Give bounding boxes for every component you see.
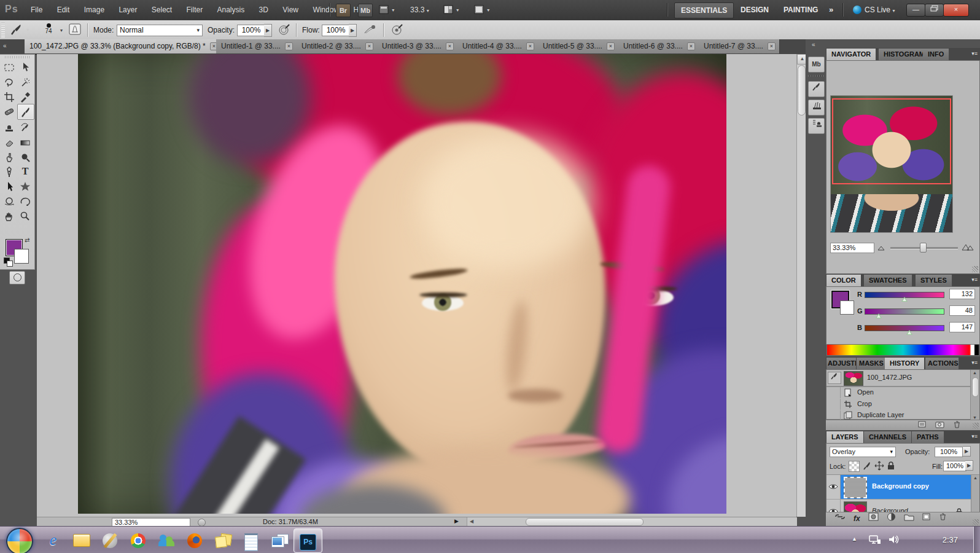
airbrush-toggle-button[interactable] xyxy=(362,23,377,37)
lock-pixels-icon[interactable] xyxy=(862,461,872,471)
document-tab[interactable]: Untitled-6 @ 33....× xyxy=(618,39,699,53)
tab-layers[interactable]: LAYERS xyxy=(826,431,863,443)
tab-masks[interactable]: MASKS xyxy=(857,358,887,369)
close-tab-icon[interactable]: × xyxy=(285,42,293,50)
layer-style-icon[interactable]: fx xyxy=(854,514,860,523)
menu-file[interactable]: File xyxy=(25,0,49,20)
opacity-slider-button[interactable]: ▶ xyxy=(264,24,272,37)
tool-custom-shape[interactable] xyxy=(17,179,33,194)
tool-crop[interactable] xyxy=(1,89,17,104)
tool-lasso[interactable] xyxy=(1,74,17,89)
workspace-essentials-button[interactable]: ESSENTIALS xyxy=(674,2,734,18)
opacity-input[interactable]: 100% xyxy=(237,25,265,36)
add-layer-mask-icon[interactable] xyxy=(868,512,879,521)
navigator-thumbnail[interactable] xyxy=(830,95,953,233)
vertical-scrollbar[interactable]: ▲ xyxy=(796,54,806,517)
tab-color[interactable]: COLOR xyxy=(826,275,861,286)
screen-mode-button[interactable]: ▾ xyxy=(474,5,489,17)
tab-histogram[interactable]: HISTOGRAM xyxy=(879,49,924,60)
channel-g-thumb[interactable] xyxy=(876,313,882,318)
tool-brush-selected[interactable] xyxy=(17,104,34,120)
tool-eyedropper[interactable] xyxy=(17,89,33,104)
channel-g-input[interactable]: 48 xyxy=(949,305,975,316)
network-icon[interactable] xyxy=(868,534,882,545)
zoom-level-control[interactable]: 33.3 ▾ xyxy=(410,4,429,16)
history-scrollbar[interactable]: ▲ ▼ xyxy=(970,370,979,420)
scroll-down-icon[interactable]: ▼ xyxy=(973,415,977,420)
panel-menu-icon[interactable]: ▾≡ xyxy=(971,359,978,366)
tablet-size-button[interactable] xyxy=(391,23,404,37)
scroll-left-button[interactable]: ◀ xyxy=(470,519,473,524)
panel-menu-icon[interactable]: ▾≡ xyxy=(971,433,978,439)
tools-grip[interactable] xyxy=(5,56,29,58)
tab-channels[interactable]: CHANNELS xyxy=(864,431,912,443)
swap-colors-icon[interactable]: ⇄ xyxy=(25,237,29,243)
lock-transparency-icon[interactable] xyxy=(849,461,860,472)
navigator-zoom-input[interactable]: 33.33% xyxy=(830,243,874,253)
zoom-slider-thumb[interactable] xyxy=(920,243,927,253)
status-menu-arrow[interactable]: ▶ xyxy=(454,518,459,524)
tool-history-brush[interactable] xyxy=(17,120,33,135)
close-button[interactable]: × xyxy=(943,4,969,17)
horizontal-scrollbar[interactable]: ◀ xyxy=(467,517,797,527)
history-step-open[interactable]: Open xyxy=(826,387,971,398)
layer-blend-mode-select[interactable]: Overlay ▾ xyxy=(830,447,896,457)
mini-bridge-panel-button[interactable]: Mb xyxy=(808,57,825,73)
panel-resize-grip[interactable] xyxy=(973,423,979,429)
quick-mask-button[interactable] xyxy=(9,271,25,284)
scroll-up-icon[interactable]: ▲ xyxy=(973,371,977,375)
collapse-tool-panel-button[interactable]: « xyxy=(3,42,6,49)
tool-smudge[interactable] xyxy=(1,149,17,164)
taskbar-clock[interactable]: 2:37 PM xyxy=(943,527,958,553)
document-tab[interactable]: Untitled-1 @ 33....× xyxy=(216,39,297,53)
layer-fill-slider-button[interactable]: ▶ xyxy=(965,460,973,471)
menu-view[interactable]: View xyxy=(276,0,305,20)
tool-3d-camera-rotate[interactable] xyxy=(17,194,33,208)
close-tab-icon[interactable]: × xyxy=(768,42,776,50)
tab-styles[interactable]: STYLES xyxy=(916,275,952,286)
menu-select[interactable]: Select xyxy=(146,0,178,20)
panel-menu-icon[interactable]: ▾≡ xyxy=(971,50,978,57)
new-group-icon[interactable] xyxy=(904,512,914,521)
restore-button[interactable] xyxy=(925,4,944,17)
delete-layer-icon[interactable] xyxy=(939,512,947,521)
layer-visibility-toggle[interactable] xyxy=(826,475,841,499)
taskbar-messenger[interactable] xyxy=(152,528,180,552)
history-step-well[interactable] xyxy=(826,399,841,410)
toggle-brush-panel-button[interactable] xyxy=(69,23,82,37)
new-snapshot-icon[interactable] xyxy=(935,420,945,428)
status-zoom-input[interactable]: 33.33% xyxy=(112,518,190,527)
horizontal-scroll-thumb[interactable] xyxy=(526,518,644,526)
channel-b-input[interactable]: 147 xyxy=(949,322,975,332)
layer-row-background-copy[interactable]: Background copy xyxy=(826,475,971,500)
taskbar-sticky-notes[interactable] xyxy=(209,528,236,552)
document-tab[interactable]: Untitled-7 @ 33....× xyxy=(699,39,780,53)
panel-resize-grip[interactable] xyxy=(973,519,979,525)
brush-preset-picker[interactable]: 74 xyxy=(38,22,59,34)
background-color-swatch[interactable] xyxy=(14,249,29,264)
channel-r-input[interactable]: 132 xyxy=(949,289,975,299)
taskbar-media-app[interactable] xyxy=(96,528,123,552)
menu-3d[interactable]: 3D xyxy=(253,0,274,20)
workspace-design-button[interactable]: DESIGN xyxy=(734,2,775,17)
layer-thumbnail-noise[interactable] xyxy=(844,477,867,498)
flow-input[interactable]: 100% xyxy=(322,25,350,36)
clone-source-panel-button[interactable] xyxy=(808,118,825,134)
navigator-view-box[interactable] xyxy=(832,98,951,184)
tab-navigator[interactable]: NAVIGATOR xyxy=(826,49,876,60)
tool-rectangular-marquee[interactable] xyxy=(1,60,17,74)
menu-filter[interactable]: Filter xyxy=(181,0,209,20)
tool-hand[interactable] xyxy=(1,208,17,223)
tool-dodge[interactable] xyxy=(17,149,33,164)
layer-opacity-slider-button[interactable]: ▶ xyxy=(963,446,971,457)
brush-presets-panel-button[interactable] xyxy=(808,81,825,97)
history-step-well[interactable] xyxy=(826,410,841,420)
launch-bridge-button[interactable]: Br xyxy=(336,4,351,17)
tool-zoom[interactable] xyxy=(17,208,33,223)
tool-pen[interactable] xyxy=(1,164,17,179)
tab-paths[interactable]: PATHS xyxy=(912,431,944,443)
tool-clone-stamp[interactable] xyxy=(1,120,17,135)
workspace-overflow-button[interactable]: » xyxy=(823,2,839,17)
close-tab-icon[interactable]: × xyxy=(365,42,373,50)
launch-mini-bridge-button[interactable]: Mb xyxy=(358,4,373,17)
